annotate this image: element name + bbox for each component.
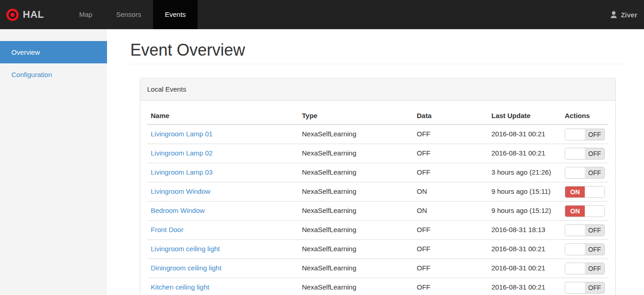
cell-last-update: 9 hours ago (15:11)	[488, 182, 561, 201]
column-header-actions: Actions	[561, 108, 608, 124]
toggle-on-segment	[565, 148, 585, 159]
cell-name: Livingroom Lamp 02	[147, 144, 298, 163]
cell-type: NexaSelfLearning	[298, 278, 413, 295]
table-row: Livingroom Lamp 03NexaSelfLearningOFF3 h…	[147, 163, 608, 182]
cell-actions: OFF	[561, 124, 608, 144]
event-name-link[interactable]: Kitchen ceiling light	[151, 283, 209, 291]
cell-last-update: 2016-08-31 00:21	[488, 124, 561, 144]
toggle-off-segment: OFF	[585, 225, 604, 236]
top-navbar: HAL Map Sensors Events Ziver	[0, 0, 644, 29]
cell-type: NexaSelfLearning	[298, 124, 413, 144]
cell-data: OFF	[413, 259, 488, 278]
event-name-link[interactable]: Livingroom Lamp 01	[151, 130, 213, 138]
header-row: Name Type Data Last Update Actions	[147, 108, 608, 124]
sidebar: Overview Configuration	[0, 29, 107, 295]
toggle-off-segment: OFF	[585, 167, 604, 178]
cell-data: ON	[413, 201, 488, 220]
toggle-on-segment: ON	[565, 206, 585, 217]
nav-item-events[interactable]: Events	[153, 0, 198, 29]
toggle-on-segment	[565, 225, 585, 236]
sidebar-item-overview[interactable]: Overview	[0, 41, 107, 63]
cell-actions: ON	[561, 201, 608, 220]
events-table: Name Type Data Last Update Actions Livin…	[147, 108, 608, 295]
toggle-switch[interactable]: OFF	[565, 263, 605, 274]
cell-name: Livingroom ceiling light	[147, 239, 298, 259]
table-row: Diningroom ceiling lightNexaSelfLearning…	[147, 259, 608, 278]
toggle-off-segment: OFF	[585, 148, 604, 159]
sidebar-item-configuration[interactable]: Configuration	[0, 63, 107, 86]
toggle-off-segment	[585, 186, 604, 197]
user-icon	[609, 10, 618, 19]
table-row: Bedroom WindowNexaSelfLearningON9 hours …	[147, 201, 608, 220]
toggle-off-segment: OFF	[585, 263, 604, 274]
cell-last-update: 2016-08-31 18:13	[488, 220, 561, 239]
events-table-head: Name Type Data Last Update Actions	[147, 108, 608, 124]
cell-actions: OFF	[561, 278, 608, 295]
brand-name: HAL	[23, 9, 44, 21]
cell-actions: OFF	[561, 163, 608, 182]
toggle-switch[interactable]: ON	[565, 205, 605, 217]
column-header-type: Type	[298, 108, 413, 124]
cell-last-update: 2016-08-31 00:21	[488, 144, 561, 163]
cell-type: NexaSelfLearning	[298, 144, 413, 163]
local-events-panel: Local Events Name Type Data Last Update …	[140, 78, 616, 295]
toggle-off-segment: OFF	[585, 244, 604, 255]
cell-actions: ON	[561, 182, 608, 201]
main-content: Event Overview Local Events Name Type Da…	[107, 29, 644, 295]
cell-data: ON	[413, 182, 488, 201]
toggle-on-segment	[565, 244, 585, 255]
event-name-link[interactable]: Bedroom Window	[151, 207, 204, 214]
cell-actions: OFF	[561, 259, 608, 278]
cell-data: OFF	[413, 220, 488, 239]
cell-name: Kitchen ceiling light	[147, 278, 298, 295]
cell-type: NexaSelfLearning	[298, 182, 413, 201]
toggle-switch[interactable]: OFF	[565, 282, 605, 294]
toggle-switch[interactable]: OFF	[565, 167, 605, 179]
cell-last-update: 3 hours ago (21:26)	[488, 163, 561, 182]
column-header-last-update: Last Update	[488, 108, 561, 124]
toggle-off-segment	[585, 206, 604, 217]
toggle-switch[interactable]: OFF	[565, 243, 605, 255]
toggle-on-segment	[565, 282, 585, 293]
panel-body: Name Type Data Last Update Actions Livin…	[140, 101, 615, 295]
user-menu[interactable]: Ziver	[609, 0, 644, 29]
toggle-switch[interactable]: OFF	[565, 224, 605, 236]
user-name: Ziver	[621, 11, 637, 19]
toggle-on-segment	[565, 167, 585, 178]
cell-type: NexaSelfLearning	[298, 259, 413, 278]
nav-item-map[interactable]: Map	[67, 0, 104, 29]
event-name-link[interactable]: Livingroom Lamp 03	[151, 168, 213, 176]
cell-type: NexaSelfLearning	[298, 201, 413, 220]
table-row: Kitchen ceiling lightNexaSelfLearningOFF…	[147, 278, 608, 295]
cell-last-update: 9 hours ago (15:12)	[488, 201, 561, 220]
cell-name: Livingroom Window	[147, 182, 298, 201]
cell-data: OFF	[413, 144, 488, 163]
table-row: Livingroom Lamp 02NexaSelfLearningOFF201…	[147, 144, 608, 163]
event-name-link[interactable]: Front Door	[151, 226, 184, 233]
toggle-on-segment	[565, 129, 585, 140]
cell-data: OFF	[413, 278, 488, 295]
toggle-switch[interactable]: ON	[565, 186, 605, 198]
table-row: Livingroom Lamp 01NexaSelfLearningOFF201…	[147, 124, 608, 144]
brand[interactable]: HAL	[0, 0, 51, 29]
cell-type: NexaSelfLearning	[298, 163, 413, 182]
toggle-on-segment	[565, 263, 585, 274]
cell-last-update: 2016-08-31 00:21	[488, 278, 561, 295]
table-row: Livingroom ceiling lightNexaSelfLearning…	[147, 239, 608, 259]
cell-name: Livingroom Lamp 01	[147, 124, 298, 144]
cell-actions: OFF	[561, 220, 608, 239]
cell-actions: OFF	[561, 144, 608, 163]
cell-name: Livingroom Lamp 03	[147, 163, 298, 182]
event-name-link[interactable]: Diningroom ceiling light	[151, 264, 221, 272]
toggle-on-segment: ON	[565, 186, 585, 197]
hal-logo-icon	[6, 9, 19, 21]
event-name-link[interactable]: Livingroom ceiling light	[151, 245, 220, 253]
event-name-link[interactable]: Livingroom Window	[151, 187, 210, 195]
nav-item-sensors[interactable]: Sensors	[104, 0, 153, 29]
column-header-data: Data	[413, 108, 488, 124]
cell-name: Bedroom Window	[147, 201, 298, 220]
event-name-link[interactable]: Livingroom Lamp 02	[151, 149, 213, 157]
toggle-switch[interactable]: OFF	[565, 148, 605, 160]
toggle-switch[interactable]: OFF	[565, 129, 605, 140]
toggle-off-segment: OFF	[585, 129, 604, 140]
